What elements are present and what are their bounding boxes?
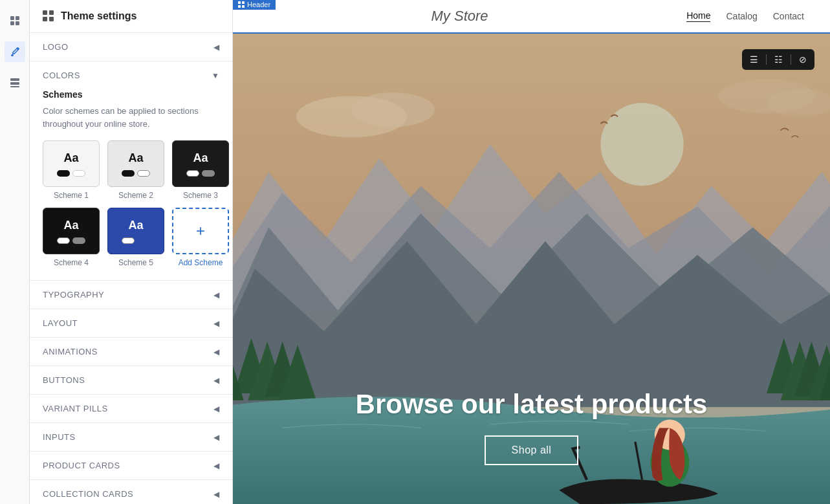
collection-cards-row[interactable]: COLLECTION CARDS ◀: [30, 480, 232, 504]
sidebar-title: Theme settings: [61, 10, 137, 22]
schemes-grid: Aa Scheme 1 Aa: [43, 140, 219, 267]
animations-chevron: ◀: [213, 347, 219, 356]
sidebar-section-colors: COLORS ▼ Schemes Color schemes can be ap…: [30, 61, 232, 281]
scheme-2-label: Scheme 2: [118, 191, 153, 200]
schemes-title: Schemes: [43, 89, 219, 100]
sidebar-section-buttons: BUTTONS ◀: [30, 366, 232, 395]
layout-row[interactable]: LAYOUT ◀: [30, 309, 232, 337]
scheme-3-toggle-2: [202, 170, 215, 177]
typography-chevron: ◀: [213, 290, 219, 300]
svg-rect-5: [10, 82, 19, 85]
add-scheme-label: Add Scheme: [179, 258, 223, 267]
logo-chevron: ◀: [213, 43, 219, 52]
hero-headline: Browse our latest products: [272, 389, 791, 420]
scheme-3-label: Scheme 3: [183, 191, 218, 200]
nav-link-catalog[interactable]: Catalog: [726, 11, 757, 21]
brush-nav-icon[interactable]: [5, 41, 25, 62]
variant-pills-chevron: ◀: [213, 404, 219, 413]
svg-rect-4: [10, 78, 19, 81]
colors-content: COLORS ▼ Schemes Color schemes can be ap…: [30, 61, 232, 280]
svg-rect-9: [238, 5, 241, 8]
sidebar-section-logo: LOGO ◀: [30, 33, 232, 61]
svg-rect-2: [10, 21, 14, 25]
typography-row[interactable]: TYPOGRAPHY ◀: [30, 281, 232, 309]
scheme-card-2[interactable]: Aa Scheme 2: [107, 140, 164, 200]
sidebar-header: Theme settings: [30, 0, 232, 33]
variant-pills-label: VARIANT PILLS: [43, 404, 108, 413]
scheme-2-toggle-1: [122, 170, 135, 177]
svg-rect-0: [10, 16, 14, 20]
sidebar-section-variant-pills: VARIANT PILLS ◀: [30, 395, 232, 423]
hero-section: ☰ ☷ ⊘ Browse our latest products Shop al…: [233, 34, 830, 504]
scheme-3-toggles: [186, 170, 215, 177]
animations-row[interactable]: ANIMATIONS ◀: [30, 338, 232, 366]
scheme-box-5: Aa: [107, 208, 164, 254]
scheme-1-label: Scheme 1: [54, 191, 89, 200]
scheme-1-toggle-1: [57, 170, 70, 177]
scheme-4-toggle-1: [57, 237, 70, 244]
grid-nav-icon[interactable]: [5, 10, 25, 31]
sidebar-section-inputs: INPUTS ◀: [30, 423, 232, 452]
scheme-4-toggle-2: [72, 237, 85, 244]
scheme-2-toggles: [122, 170, 150, 177]
sidebar-section-typography: TYPOGRAPHY ◀: [30, 281, 232, 309]
scheme-card-1[interactable]: Aa Scheme 1: [43, 140, 100, 200]
sidebar-nav-icons: [0, 0, 30, 504]
svg-rect-3: [16, 21, 19, 25]
scheme-card-4[interactable]: Aa Scheme 4: [43, 208, 100, 267]
animations-label: ANIMATIONS: [43, 347, 98, 356]
scheme-box-3: Aa: [172, 140, 229, 187]
inputs-label: INPUTS: [43, 432, 76, 442]
header-badge-icon: [238, 1, 245, 8]
add-scheme-box: +: [172, 208, 229, 254]
scheme-3-aa: Aa: [193, 151, 208, 165]
colors-header-row[interactable]: COLORS ▼: [43, 61, 219, 89]
shop-all-button[interactable]: Shop all: [485, 435, 579, 465]
scheme-5-label: Scheme 5: [118, 258, 153, 267]
sidebar-main: Theme settings LOGO ◀ COLORS ▼ Schemes: [30, 0, 232, 504]
variant-pills-row[interactable]: VARIANT PILLS ◀: [30, 395, 232, 422]
buttons-row[interactable]: BUTTONS ◀: [30, 366, 232, 394]
sidebar-section-product-cards: PRODUCT CARDS ◀: [30, 452, 232, 480]
scheme-2-toggle-2: [137, 170, 150, 177]
add-scheme-card[interactable]: + Add Scheme: [172, 208, 229, 267]
scheme-box-4: Aa: [43, 208, 100, 254]
store-nav: Home Catalog Contact: [686, 10, 804, 22]
colors-label: COLORS: [43, 71, 80, 80]
scheme-5-aa: Aa: [128, 219, 143, 232]
product-cards-label: PRODUCT CARDS: [43, 461, 120, 470]
product-cards-row[interactable]: PRODUCT CARDS ◀: [30, 452, 232, 479]
scheme-1-aa: Aa: [63, 151, 78, 165]
nav-link-contact[interactable]: Contact: [773, 11, 804, 21]
svg-rect-7: [238, 1, 241, 4]
inputs-row[interactable]: INPUTS ◀: [30, 423, 232, 451]
plus-icon: +: [196, 222, 205, 240]
layout-label: LAYOUT: [43, 318, 78, 328]
svg-rect-10: [242, 5, 245, 8]
scheme-2-aa: Aa: [128, 151, 143, 165]
nav-link-home[interactable]: Home: [686, 10, 710, 22]
typography-label: TYPOGRAPHY: [43, 290, 104, 300]
svg-rect-8: [242, 1, 245, 4]
svg-rect-6: [10, 86, 19, 87]
scheme-card-3[interactable]: Aa Scheme 3: [172, 140, 229, 200]
scheme-box-1: Aa: [43, 140, 100, 187]
scheme-5-toggle-2: [137, 237, 150, 244]
preview-area: Header My Store Home Catalog Contact: [233, 0, 830, 504]
scheme-3-toggle-1: [186, 170, 199, 177]
scheme-card-5[interactable]: Aa Scheme 5: [107, 208, 164, 267]
colors-chevron: ▼: [212, 71, 219, 80]
sidebar-content: LOGO ◀ COLORS ▼ Schemes Color schemes ca…: [30, 33, 232, 504]
collection-cards-chevron: ◀: [213, 490, 219, 499]
scheme-4-aa: Aa: [63, 219, 78, 232]
sidebar-section-layout: LAYOUT ◀: [30, 309, 232, 338]
drag-handle-icon: [43, 10, 54, 22]
svg-rect-1: [16, 16, 19, 20]
collection-cards-label: COLLECTION CARDS: [43, 489, 133, 499]
logo-row[interactable]: LOGO ◀: [30, 33, 232, 61]
sections-nav-icon[interactable]: [5, 72, 25, 93]
buttons-chevron: ◀: [213, 376, 219, 385]
scheme-5-toggle-1: [122, 237, 135, 244]
scheme-4-label: Scheme 4: [54, 258, 89, 267]
product-cards-chevron: ◀: [213, 461, 219, 470]
